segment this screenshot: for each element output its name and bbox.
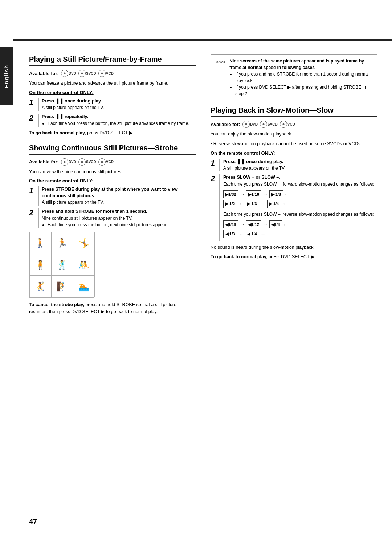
side-tab: English (0, 47, 13, 105)
fwd-speed-3: ▶ 1/8 (269, 190, 283, 199)
slow-step1-num: 1 (211, 159, 217, 172)
rev-speed-1: ◀1/16 (223, 220, 238, 229)
figure-1: 🚶 (29, 232, 51, 254)
slow-step2-num: 2 (211, 174, 217, 241)
still-picture-available: Available for: DVD SVCD (29, 70, 196, 77)
slow-intro2-text: Reverse slow-motion playback cannot be u… (213, 141, 362, 146)
still-step2-title: Press ❚❚ repeatedly. (42, 114, 196, 120)
rarrow4: ← (238, 230, 244, 238)
notes-content: Nine screens of the same pictures appear… (229, 58, 373, 97)
figure-4: 🧍 (29, 254, 51, 276)
slow-remote-only: On the remote control ONLY: (211, 150, 377, 156)
figure-6: 🤼 (73, 254, 95, 276)
still-step1-title: Press ❚❚ once during play. (42, 98, 196, 105)
still-available-label: Available for: (29, 71, 59, 76)
still-picture-intro: You can freeze a picture and advance the… (29, 80, 196, 87)
still-step2-num: 2 (29, 114, 36, 127)
slow-footer-text: press DVD SELECT ▶. (269, 254, 315, 259)
strobe-step2: 2 Press and hold STROBE for more than 1 … (29, 208, 196, 228)
strobe-available: Available for: DVD SVCD VCD (29, 158, 196, 166)
still-step1-body: A still picture appears on the TV. (42, 104, 196, 111)
strobe-remote-only: On the remote control ONLY: (29, 178, 196, 183)
fwd-speed-2: ▶1/16 (246, 190, 261, 199)
rev-speed-5: ◀ 1/4 (245, 230, 259, 238)
slow-intro2: • Reverse slow-motion playback cannot be… (211, 141, 377, 147)
still-picture-title: Playing a Still Picture/Frame-by-Frame (29, 54, 196, 66)
strobe-step2-body1: Nine continuous still pictures appear on… (42, 215, 196, 222)
strobe-step2-bullet: Each time you press the button, next nin… (48, 222, 196, 228)
figure-grid: 🚶 🏃 🤸 🧍 🕺 🤼 🤾 🧗 🏊 (29, 232, 94, 298)
slow-step1-body: A still picture appears on the TV. (223, 165, 377, 171)
arrow6: ← (238, 200, 244, 208)
still-step1-num: 1 (29, 98, 36, 111)
notes-title: Nine screens of the same pictures appear… (229, 58, 366, 70)
arrow5: ← (261, 200, 266, 208)
strobe-title: Showing Continuous Still Pictures—Strobe (29, 143, 196, 155)
slow-step2-title: Press SLOW + or SLOW –. (223, 174, 377, 181)
slow-step1: 1 Press ❚❚ once during play. A still pic… (211, 159, 377, 172)
still-step2-body: Each time you press the button, the stil… (42, 120, 196, 127)
slow-motion-title: Playing Back in Slow-Motion—Slow (211, 105, 377, 117)
figure-7: 🤾 (29, 276, 51, 297)
strobe-step1: 1 Press STROBE during play at the point … (29, 186, 196, 206)
notes-bullet2: If you press DVD SELECT ▶ after pressing… (235, 84, 373, 97)
still-remote-only: On the remote control ONLY: (29, 90, 196, 95)
still-step2: 2 Press ❚❚ repeatedly. Each time you pre… (29, 114, 196, 127)
notes-icon: notes (215, 58, 226, 66)
slow-footer: To go back to normal play, press DVD SEL… (211, 254, 377, 260)
slow-no-sound: No sound is heard during the slow-motion… (211, 244, 377, 251)
strobe-cancel-note: To cancel the strobe play, press and hol… (29, 301, 196, 315)
arrow4: ← (282, 200, 287, 208)
figure-8: 🧗 (51, 276, 73, 297)
fwd-speed-1: ▶1/32 (223, 190, 238, 199)
slow-available-label: Available for: (211, 122, 240, 127)
figure-9: 🏊 (73, 276, 95, 297)
rev-speed-2: ◀1/12 (246, 220, 261, 229)
strobe-step2-num: 2 (29, 208, 36, 228)
reverse-speed-chart: ◀1/16 → ◀1/12 → ◀1/8 ⌐ ◀ 1/3 ← (223, 220, 377, 238)
rev-speed-4: ◀ 1/3 (223, 230, 237, 238)
rarrow1: → (240, 220, 245, 228)
rarrow5: ← (261, 230, 266, 238)
figure-2: 🏃 (51, 232, 73, 254)
strobe-available-label: Available for: (29, 159, 59, 165)
forward-speed-chart: ▶1/32 → ▶1/16 → ▶ 1/8 ⌐ ▶ 1/2 ← (223, 190, 377, 208)
still-footer-bold: To go back to normal play, (29, 130, 86, 135)
rarrow2: → (263, 220, 268, 228)
page-number: 47 (29, 518, 37, 526)
rev-speed-3: ◀1/8 (269, 220, 282, 229)
still-step2-bullet: Each time you press the button, the stil… (48, 120, 196, 127)
slow-plus-intro: Each time you press SLOW +, forward slow… (223, 181, 377, 187)
figure-3: 🤸 (73, 232, 95, 254)
arrow1: → (240, 190, 245, 198)
slow-available: Available for: DVD SVCD VCD (211, 121, 377, 128)
still-footer-text: press DVD SELECT ▶. (87, 130, 134, 135)
slow-minus-intro: Each time you press SLOW –, reverse slow… (223, 211, 377, 218)
slow-step1-title: Press ❚❚ once during play. (223, 159, 377, 165)
strobe-cancel-bold: To cancel the strobe play, (29, 302, 84, 307)
figure-5: 🕺 (51, 254, 73, 276)
left-column: Playing a Still Picture/Frame-by-Frame A… (29, 54, 196, 318)
notes-bullet1: If you press and hold STROBE for more th… (235, 71, 373, 84)
notes-box: notes Nine screens of the same pictures … (211, 54, 377, 100)
strobe-step1-title: Press STROBE during play at the point wh… (42, 186, 196, 199)
fwd-speed-4: ▶ 1/4 (267, 200, 281, 208)
strobe-step1-body: A still picture appears on the TV. (42, 199, 196, 206)
arrow2: → (263, 190, 268, 198)
top-bar (13, 39, 392, 41)
slow-footer-bold: To go back to normal play, (211, 254, 268, 259)
strobe-step2-title: Press and hold STROBE for more than 1 se… (42, 208, 196, 215)
fwd-speed-5: ▶ 1/3 (245, 200, 259, 208)
strobe-step1-num: 1 (29, 186, 36, 206)
slow-step2: 2 Press SLOW + or SLOW –. Each time you … (211, 174, 377, 241)
strobe-intro: You can view the nine continuous still p… (29, 169, 196, 175)
still-step1: 1 Press ❚❚ once during play. A still pic… (29, 98, 196, 111)
right-column: notes Nine screens of the same pictures … (211, 54, 377, 318)
side-tab-label: English (4, 65, 9, 88)
slow-intro1: You can enjoy the slow-motion playback. (211, 131, 377, 138)
fwd-speed-6: ▶ 1/2 (223, 200, 237, 208)
still-footer: To go back to normal play, press DVD SEL… (29, 130, 196, 137)
